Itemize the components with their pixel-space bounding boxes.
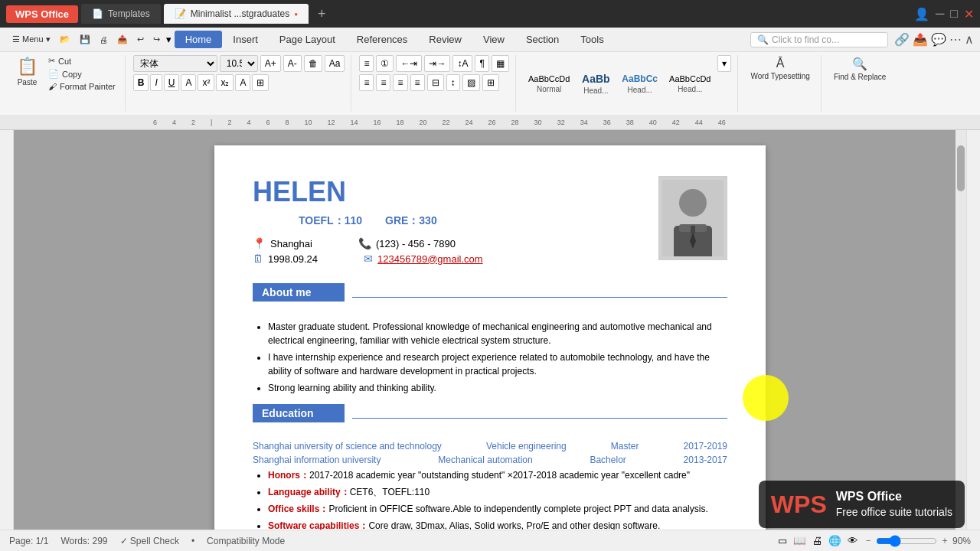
styles-expand-button[interactable]: ▾ xyxy=(717,55,731,72)
view-normal-button[interactable]: ▭ xyxy=(778,535,787,546)
font-color-button[interactable]: A xyxy=(181,74,196,91)
align-right-button[interactable]: ≡ xyxy=(393,74,407,91)
undo-button[interactable]: ↩ xyxy=(134,34,147,45)
view-read-button[interactable]: 📖 xyxy=(793,535,806,546)
columns-button[interactable]: ▦ xyxy=(492,55,509,72)
shading-button[interactable]: ▨ xyxy=(462,74,480,91)
style-normal-label: Normal xyxy=(537,85,561,93)
decrease-font-button[interactable]: A- xyxy=(283,55,302,72)
change-case-button[interactable]: Aa xyxy=(325,55,345,72)
tab-view[interactable]: View xyxy=(472,31,515,48)
clear-format-button[interactable]: 🗑 xyxy=(304,55,322,72)
zoom-out-button[interactable]: － xyxy=(864,534,873,547)
view-focus-button[interactable]: 👁 xyxy=(848,535,858,546)
increase-indent-button[interactable]: ⇥→ xyxy=(424,55,450,72)
close-button[interactable]: ✕ xyxy=(964,7,974,21)
increase-font-button[interactable]: A+ xyxy=(260,55,281,72)
font-size-select[interactable]: 10.5 xyxy=(220,55,258,72)
decrease-indent-button[interactable]: ←⇥ xyxy=(396,55,422,72)
highlight-button[interactable]: A xyxy=(235,74,250,91)
document-scroll[interactable]: HELEN TOEFL：110 GRE：330 📍 Shanghai 📞 (12… xyxy=(14,130,966,530)
style-heading1[interactable]: AaBb Head... xyxy=(577,70,615,97)
edu-bullet-3: Office skills：Proficient in OFFICE softw… xyxy=(268,502,727,516)
zoom-in-button[interactable]: ＋ xyxy=(940,534,949,547)
collaboration-button[interactable]: 💬 xyxy=(931,32,946,47)
word-typesetting-button[interactable]: Ā Word Typesetting xyxy=(746,55,814,82)
justify-button[interactable]: ≡ xyxy=(410,74,425,91)
templates-tab[interactable]: 📄 Templates xyxy=(81,4,161,24)
italic-button[interactable]: I xyxy=(150,74,162,91)
line-spacing-button[interactable]: ↕ xyxy=(446,74,460,91)
tab-section[interactable]: Section xyxy=(515,31,570,48)
style-h2-preview: AaBbCc xyxy=(622,73,658,86)
tab-references[interactable]: References xyxy=(346,31,418,48)
document-page: HELEN TOEFL：110 GRE：330 📍 Shanghai 📞 (12… xyxy=(214,145,766,530)
scrollbar-thumb[interactable] xyxy=(957,145,965,191)
ribbon-search[interactable]: 🔍 Click to find co... xyxy=(750,32,888,47)
menu-button[interactable]: ☰ Menu ▾ xyxy=(9,34,54,45)
about-me-bullets: Master graduate student. Professional kn… xyxy=(268,320,727,395)
underline-button[interactable]: U xyxy=(164,74,180,91)
subscript-button[interactable]: x₂ xyxy=(216,74,234,91)
print-button[interactable]: 🖨 xyxy=(96,34,111,45)
add-tab-button[interactable]: + xyxy=(312,6,332,22)
style-heading3[interactable]: AaBbCcDd Head... xyxy=(665,72,715,95)
align-center-button[interactable]: ≡ xyxy=(376,74,390,91)
export-pdf-button[interactable]: 📤 xyxy=(913,32,928,47)
minimize-button[interactable]: ─ xyxy=(936,7,944,21)
sort-button[interactable]: ↕A xyxy=(452,55,472,72)
style-normal[interactable]: AaBbCcDd Normal xyxy=(524,72,574,95)
tab-page-layout[interactable]: Page Layout xyxy=(269,31,346,48)
zoom-slider[interactable] xyxy=(876,535,937,547)
style-heading2[interactable]: AaBbCc Head... xyxy=(617,71,662,96)
spell-check[interactable]: ✓ Spell Check xyxy=(120,536,179,546)
paste-button[interactable]: 📋 Paste xyxy=(12,55,42,88)
view-print-button[interactable]: 🖨 xyxy=(812,535,822,546)
tab-insert[interactable]: Insert xyxy=(222,31,269,48)
columns-layout-button[interactable]: ⊟ xyxy=(427,74,444,91)
styles-group: AaBbCcDd Normal AaBb Head... AaBbCc Head… xyxy=(518,55,739,112)
edu-uni-1: Shanghai university of science and techn… xyxy=(253,441,442,452)
cv-photo xyxy=(658,176,727,260)
svg-point-1 xyxy=(679,189,707,217)
cv-location: 📍 Shanghai xyxy=(253,237,312,249)
font-controls: 宋体 10.5 A+ A- 🗑 Aa B I U A x² x₂ xyxy=(133,55,345,112)
tab-home[interactable]: Home xyxy=(175,31,223,48)
numbered-list-button[interactable]: ① xyxy=(376,55,394,72)
save-button[interactable]: 💾 xyxy=(77,34,93,45)
bullet-list-button[interactable]: ≡ xyxy=(359,55,374,72)
open-button[interactable]: 📂 xyxy=(57,34,74,45)
export-button[interactable]: 📤 xyxy=(114,34,131,45)
font-family-select[interactable]: 宋体 xyxy=(133,55,217,72)
vertical-scrollbar[interactable] xyxy=(956,130,966,530)
doc-tab[interactable]: 📝 Minimalist ...stgraduates ● xyxy=(164,4,309,24)
align-left-button[interactable]: ≡ xyxy=(359,74,374,91)
wps-office-button[interactable]: WPS Office xyxy=(6,5,78,23)
show-marks-button[interactable]: ¶ xyxy=(475,55,488,72)
more-button[interactable]: ⋯ xyxy=(949,32,962,47)
format-painter-button[interactable]: 🖌 Format Painter xyxy=(45,81,119,92)
style-h2-label: Head... xyxy=(628,86,652,94)
tab-tools[interactable]: Tools xyxy=(570,31,614,48)
superscript-button[interactable]: x² xyxy=(198,74,214,91)
paste-icon: 📋 xyxy=(17,57,38,77)
copy-button[interactable]: 📄 Copy xyxy=(45,68,119,80)
share-button[interactable]: 🔗 xyxy=(894,32,910,47)
tab-review[interactable]: Review xyxy=(418,31,472,48)
edu-years-2: 2013-2017 xyxy=(684,455,727,465)
lang-label: Language ability： xyxy=(268,487,350,497)
find-replace-button[interactable]: 🔍 Find & Replace xyxy=(829,55,890,83)
view-web-button[interactable]: 🌐 xyxy=(828,535,841,546)
border-button[interactable]: ⊞ xyxy=(252,74,269,91)
collapse-ribbon-button[interactable]: ∧ xyxy=(965,32,974,47)
style-h3-label: Head... xyxy=(678,85,702,93)
honors-text: 2017-2018 academic year "outstanding stu… xyxy=(309,470,690,481)
maximize-button[interactable]: □ xyxy=(950,7,958,21)
find-icon: 🔍 xyxy=(852,57,867,71)
bold-button[interactable]: B xyxy=(133,74,149,91)
borders-button[interactable]: ⊞ xyxy=(482,74,499,91)
user-avatar-icon[interactable]: 👤 xyxy=(914,7,929,21)
cv-header: HELEN TOEFL：110 GRE：330 📍 Shanghai 📞 (12… xyxy=(253,176,727,268)
redo-button[interactable]: ↪ xyxy=(150,34,163,45)
cut-button[interactable]: ✂ Cut xyxy=(45,55,119,67)
